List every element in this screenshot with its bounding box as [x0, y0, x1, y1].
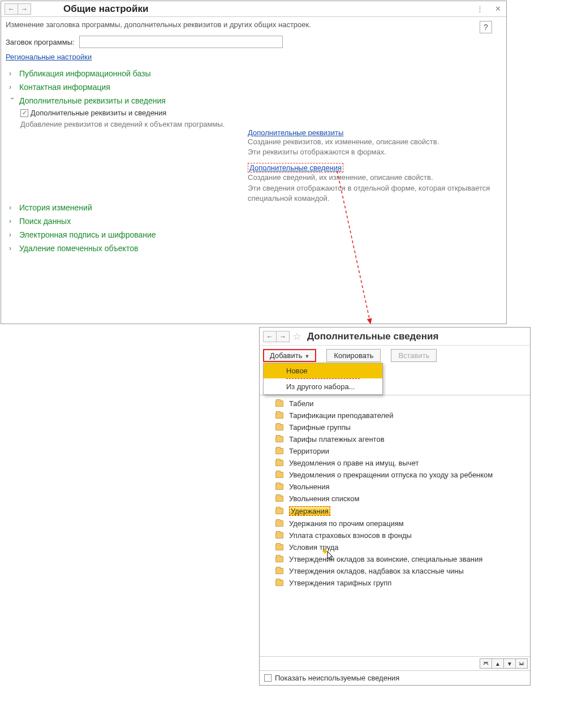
- list-item[interactable]: Удержания по прочим операциям: [260, 518, 530, 529]
- chevron-right-icon: ›: [9, 70, 16, 77]
- chevron-right-icon: ›: [9, 204, 16, 212]
- chevron-right-icon: ›: [9, 231, 16, 239]
- list-item[interactable]: Тарификации преподавателей: [260, 410, 530, 421]
- more-icon[interactable]: ⋮: [475, 4, 485, 14]
- scroll-bottom-button[interactable]: [515, 658, 528, 669]
- list-item[interactable]: Уплата страховых взносов в фонды: [260, 529, 530, 541]
- list-item-label: Тарифные группы: [289, 423, 351, 432]
- section-contact-info[interactable]: › Контактная информация: [9, 80, 502, 94]
- list-item[interactable]: Тарифы платежных агентов: [260, 433, 530, 445]
- list-item[interactable]: Табели: [260, 398, 530, 410]
- additional-props-link[interactable]: Дополнительные реквизиты: [248, 128, 343, 137]
- folder-icon: [275, 436, 283, 442]
- copy-button[interactable]: Копировать: [326, 349, 381, 362]
- list-item[interactable]: Уведомления о праве на имущ. вычет: [260, 457, 530, 469]
- list-item[interactable]: Тарифные группы: [260, 421, 530, 433]
- chevron-down-icon: ▼: [304, 354, 309, 359]
- folder-icon: [275, 424, 283, 430]
- list-item[interactable]: Утверждения окладов, надбавок за классны…: [260, 565, 530, 577]
- list-item-label: Утверждения тарифных групп: [289, 579, 391, 587]
- scroll-up-button[interactable]: ▲: [492, 658, 504, 669]
- scroll-buttons: ▲ ▼: [260, 656, 530, 670]
- folder-icon: [275, 580, 283, 586]
- chevron-right-icon: ›: [9, 83, 16, 91]
- dropdown-item-fromset[interactable]: Из другого набора...: [264, 379, 382, 394]
- list-item-label: Тарифы платежных агентов: [289, 435, 385, 443]
- list-item[interactable]: Увольнения: [260, 481, 530, 493]
- list-item-label: Тарификации преподавателей: [289, 411, 394, 420]
- titlebar: ← → Общие настройки ⋮ ✕: [1, 1, 506, 17]
- additional-info-link[interactable]: Дополнительные сведения: [248, 163, 343, 173]
- list-item-label: Увольнения: [289, 483, 329, 491]
- toolbar: Добавить▼ Копировать Вставить: [260, 346, 530, 364]
- list-item[interactable]: Утверждения тарифных групп: [260, 577, 530, 589]
- list-item-label: Удержания по прочим операциям: [289, 519, 404, 528]
- folder-icon: [275, 544, 283, 550]
- additional-props-desc1: Создание реквизитов, их изменение, описа…: [248, 137, 491, 147]
- window-title: Общие настройки: [63, 3, 148, 15]
- paste-button: Вставить: [391, 349, 437, 362]
- list-item-label: Утверждения окладов за воинские, специал…: [289, 555, 482, 563]
- folder-icon: [275, 448, 283, 454]
- folder-icon: [275, 472, 283, 478]
- dropdown-item-new[interactable]: Новое: [264, 363, 382, 378]
- favorite-star-icon[interactable]: ☆: [292, 330, 301, 343]
- folder-icon: [275, 460, 283, 466]
- list-item-label: Условия труда: [289, 543, 339, 552]
- list-item[interactable]: Утверждения окладов за воинские, специал…: [260, 553, 530, 565]
- program-title-label: Заговок программы:: [6, 38, 75, 46]
- folder-icon: [275, 400, 283, 407]
- program-title-row: Заговок программы:: [1, 31, 506, 50]
- chevron-right-icon: ›: [9, 217, 16, 225]
- nav-forward-button[interactable]: →: [18, 3, 31, 15]
- folder-icon: [275, 484, 283, 490]
- section-publication[interactable]: › Публикация информационной базы: [9, 67, 502, 80]
- list-item[interactable]: Уведомления о прекращении отпуска по ухо…: [260, 469, 530, 481]
- help-button[interactable]: ?: [480, 21, 492, 33]
- nav-back-button[interactable]: ←: [263, 331, 277, 342]
- pb-titlebar: ← → ☆ Дополнительные сведения: [260, 328, 530, 346]
- nav-forward-button[interactable]: →: [276, 331, 290, 342]
- list-item-label: Удержания: [289, 506, 330, 516]
- folder-icon: [275, 568, 283, 574]
- checkbox-checked-icon[interactable]: ✓: [20, 109, 28, 117]
- additional-info-window: ← → ☆ Дополнительные сведения Добавить▼ …: [259, 327, 531, 686]
- list-item-label: Увольнения списком: [289, 494, 359, 503]
- show-unused-checkbox[interactable]: [264, 674, 271, 682]
- add-button[interactable]: Добавить▼: [263, 349, 316, 362]
- list-item-label: Уведомления о праве на имущ. вычет: [289, 459, 419, 467]
- chevron-right-icon: ›: [9, 244, 16, 252]
- list-item[interactable]: Условия труда: [260, 541, 530, 553]
- folder-icon: [275, 496, 283, 502]
- scroll-top-button[interactable]: [480, 658, 492, 669]
- list-item-label: Территории: [289, 447, 329, 455]
- right-column: Дополнительные реквизиты Создание реквиз…: [248, 128, 491, 209]
- list-item-label: Табели: [289, 399, 314, 408]
- additional-props-desc2: Эти реквизиты отображаются в формах.: [248, 147, 491, 157]
- additional-props-checkbox-row[interactable]: ✓ Дополнительные реквизиты и сведения: [20, 109, 502, 117]
- folder-icon: [275, 508, 283, 514]
- list-item[interactable]: Территории: [260, 445, 530, 457]
- additional-info-desc1: Создание сведений, их изменение, описани…: [248, 173, 491, 183]
- program-title-input[interactable]: [79, 36, 283, 48]
- footer-row: Показать неиспользуемые сведения: [260, 670, 530, 685]
- section-additional-props[interactable]: › Дополнительные реквизиты и сведения: [9, 94, 502, 107]
- list-item-label: Уведомления о прекращении отпуска по ухо…: [289, 471, 493, 479]
- list-item[interactable]: Увольнения списком: [260, 493, 530, 505]
- folder-icon: [275, 520, 283, 527]
- list-item[interactable]: Удержания: [260, 505, 530, 518]
- folder-icon: [275, 532, 283, 539]
- folder-icon: [275, 412, 283, 419]
- section-delete-marked[interactable]: › Удаление помеченных объектов: [9, 242, 502, 255]
- pb-window-title: Дополнительные сведения: [307, 331, 438, 342]
- nav-back-button[interactable]: ←: [5, 3, 18, 15]
- close-icon[interactable]: ✕: [493, 4, 503, 14]
- section-search[interactable]: › Поиск данных: [9, 214, 502, 228]
- list-item-label: Уплата страховых взносов в фонды: [289, 531, 412, 540]
- section-signature[interactable]: › Электронная подпись и шифрование: [9, 228, 502, 242]
- chevron-down-icon: ›: [8, 97, 16, 104]
- show-unused-label: Показать неиспользуемые сведения: [275, 674, 399, 682]
- regional-settings-link[interactable]: Региональные настройки: [1, 50, 506, 63]
- scroll-down-button[interactable]: ▼: [503, 658, 516, 669]
- subtitle-text: Изменение заголовка программы, дополните…: [1, 17, 506, 31]
